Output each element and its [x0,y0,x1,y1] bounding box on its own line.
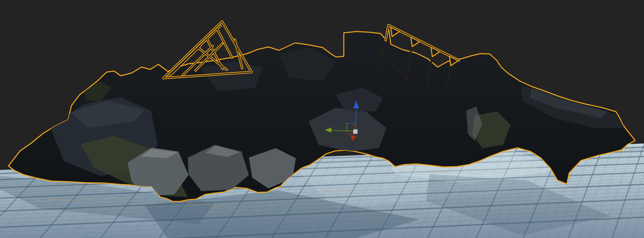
unreal-viewport[interactable] [0,0,644,238]
gizmo-center-handle[interactable] [353,129,358,134]
